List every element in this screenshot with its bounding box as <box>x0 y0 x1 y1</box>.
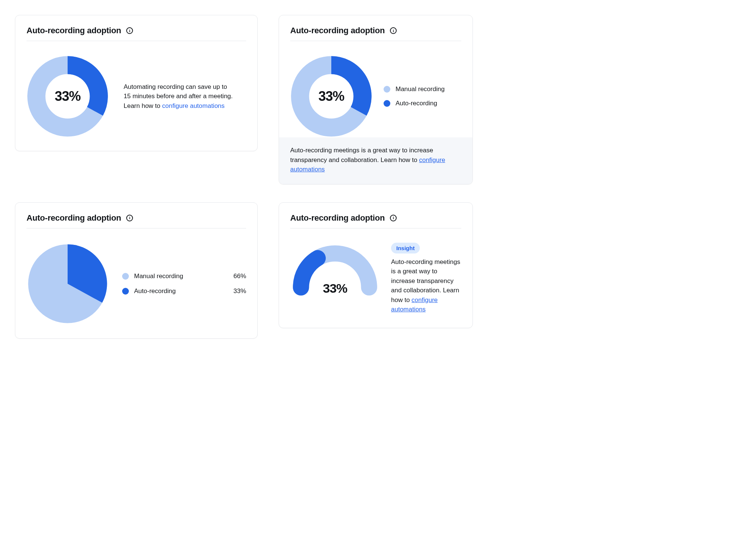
donut-center-label: 33% <box>55 88 80 104</box>
legend-swatch-icon <box>122 288 129 295</box>
legend-label: Manual recording <box>396 85 444 93</box>
insight-panel: Insight Auto-recording meetings is a gre… <box>391 243 461 314</box>
info-icon[interactable]: i <box>390 215 397 221</box>
chart-legend: Manual recording Auto-recording <box>384 85 444 107</box>
legend-label: Auto-recording <box>134 287 218 295</box>
card-auto-recording-adoption-2: Auto-recording adoption i 33% Manual rec… <box>279 15 473 184</box>
legend-row-auto: Auto-recording 33% <box>122 287 246 295</box>
pie-chart <box>27 243 109 325</box>
info-icon[interactable]: i <box>390 27 397 34</box>
legend-swatch-icon <box>384 100 390 107</box>
legend-value: 33% <box>224 287 246 295</box>
insight-text: Auto-recording meetings is a great way t… <box>391 257 461 314</box>
legend-value: 66% <box>224 273 246 280</box>
chart-legend: Manual recording 66% Auto-recording 33% <box>122 273 246 295</box>
legend-item-manual: Manual recording <box>384 85 444 93</box>
donut-chart: 33% <box>290 55 372 137</box>
legend-label: Manual recording <box>134 273 218 280</box>
legend-swatch-icon <box>384 86 390 93</box>
card-auto-recording-adoption-1: Auto-recording adoption i 33% Automating… <box>15 15 258 151</box>
legend-swatch-icon <box>122 273 129 280</box>
donut-chart: 33% <box>27 55 109 137</box>
legend-item-auto: Auto-recording <box>384 100 444 107</box>
card-auto-recording-adoption-4: Auto-recording adoption i 33% Insight <box>279 202 473 328</box>
legend-label: Auto-recording <box>396 100 437 107</box>
chart-description: Automating recording can save up to 15 m… <box>124 82 236 111</box>
card-title: Auto-recording adoption <box>290 26 385 35</box>
legend-row-manual: Manual recording 66% <box>122 273 246 280</box>
card-title: Auto-recording adoption <box>27 26 121 35</box>
insight-badge: Insight <box>391 243 420 253</box>
card-auto-recording-adoption-3: Auto-recording adoption i Manual recordi… <box>15 202 258 339</box>
info-icon[interactable]: i <box>126 27 133 34</box>
card-title: Auto-recording adoption <box>27 213 121 223</box>
card-title: Auto-recording adoption <box>290 213 385 223</box>
card-footer-tip: Auto-recording meetings is a great way t… <box>279 137 472 184</box>
gauge-center-label: 33% <box>323 281 347 296</box>
info-icon[interactable]: i <box>126 215 133 221</box>
configure-automations-link[interactable]: configure automations <box>162 102 224 109</box>
donut-center-label: 33% <box>318 88 344 104</box>
gauge-chart: 33% <box>290 243 380 299</box>
